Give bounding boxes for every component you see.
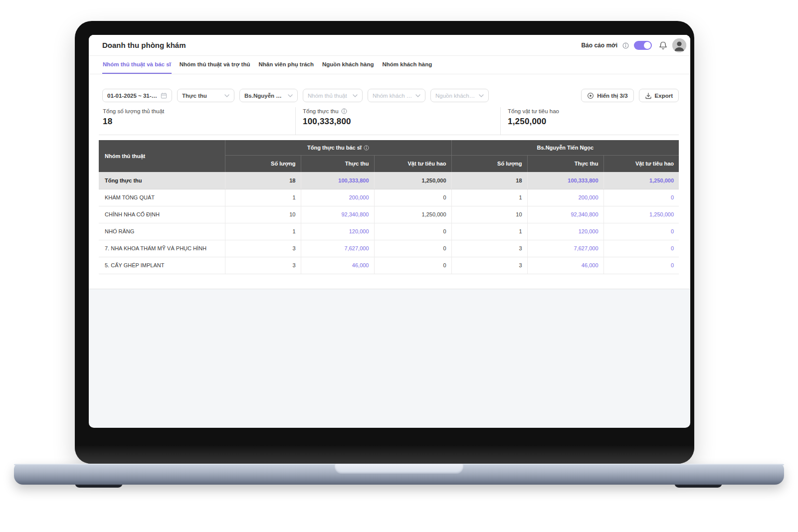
row-value: 3: [225, 257, 301, 274]
new-report-toggle[interactable]: [634, 41, 652, 50]
table-row: CHỈNH NHA CỐ ĐỊNH1092,340,8001,250,00010…: [99, 206, 679, 223]
column-header-materials: Vật tư tiêu hao: [603, 155, 679, 172]
tab-bar: Nhóm thủ thuật và bác sĩNhóm thủ thuật v…: [102, 56, 432, 74]
info-icon[interactable]: [622, 42, 629, 49]
avatar[interactable]: [672, 38, 686, 52]
row-value: 0: [374, 240, 451, 257]
row-value: 1,250,000: [603, 172, 679, 189]
tab-2[interactable]: Nhóm thủ thuật và trợ thủ: [179, 56, 251, 74]
page-title: Doanh thu phòng khám: [102, 35, 186, 56]
table-row: 7. NHA KHOA THẨM MỸ VÀ PHỤC HÌNH37,627,0…: [99, 240, 679, 257]
row-value: 0: [603, 240, 679, 257]
row-label: CHỈNH NHA CỐ ĐỊNH: [99, 206, 225, 223]
laptop-hinge: [75, 446, 694, 464]
row-label: Tổng thực thu: [99, 172, 225, 189]
toggle-knob: [644, 42, 651, 49]
filter-select-value: Nhóm khách hàng: [373, 93, 412, 99]
download-icon: [645, 92, 652, 99]
row-value: 7,627,000: [527, 240, 603, 257]
filter-toolbar: 01-01-2025 ~ 31-12-2025 Thực thuBs.Nguyễ…: [102, 89, 679, 102]
row-value: 18: [451, 172, 527, 189]
header-actions: Báo cáo mới: [581, 35, 686, 56]
row-value: 3: [451, 240, 527, 257]
calendar-icon: [161, 92, 167, 99]
tab-3[interactable]: Nhân viên phụ trách: [258, 56, 314, 74]
chevron-down-icon: [288, 94, 293, 97]
info-icon[interactable]: [341, 108, 347, 114]
column-header-revenue: Thực thu: [301, 155, 374, 172]
tab-5[interactable]: Nhóm khách hàng: [382, 56, 433, 74]
row-value: 10: [451, 206, 527, 223]
summary-stat-value: 100,333,800: [303, 117, 500, 127]
row-value: 200,000: [527, 189, 603, 206]
table-row: KHÁM TỔNG QUÁT1200,00001200,0000: [99, 189, 679, 206]
filter-select-value: Thực thu: [182, 93, 207, 99]
chevron-down-icon: [224, 94, 229, 97]
row-value: 120,000: [301, 223, 374, 240]
filter-select-2[interactable]: Bs.Nguyễn Tiến ...: [239, 89, 298, 102]
chevron-down-icon: [415, 94, 420, 97]
filter-select-5[interactable]: Nguồn khách hàng: [430, 89, 489, 102]
table-row: Tổng thực thu18100,333,8001,250,00018100…: [99, 172, 679, 189]
laptop-screen-frame: Doanh thu phòng khám Báo cáo mới Nhóm th…: [75, 21, 694, 464]
row-value: 18: [225, 172, 301, 189]
filter-select-1[interactable]: Thực thu: [177, 89, 234, 102]
export-button[interactable]: Export: [639, 89, 679, 102]
summary-stat-label: Tổng thực thu: [303, 108, 339, 114]
app-header: Doanh thu phòng khám Báo cáo mới: [89, 35, 690, 56]
app-window: Doanh thu phòng khám Báo cáo mới Nhóm th…: [89, 35, 690, 428]
column-header-materials: Vật tư tiêu hao: [374, 155, 451, 172]
summary-stat-value: 1,250,000: [508, 117, 679, 127]
row-value: 46,000: [301, 257, 374, 274]
row-label: KHÁM TỔNG QUÁT: [99, 189, 225, 206]
group-header-total-doctor: Tổng thực thu bác sĩ: [225, 140, 451, 155]
row-value: 1,250,000: [374, 172, 451, 189]
tabs-divider: [89, 74, 690, 74]
row-value: 1: [225, 189, 301, 206]
table-row: NHỔ RĂNG1120,00001120,0000: [99, 223, 679, 240]
laptop-base: [14, 464, 784, 485]
revenue-table: Nhóm thủ thuật Tổng thực thu bác sĩ Bs.N…: [99, 140, 679, 274]
summary-stat-3: Tổng vật tư tiêu hao1,250,000: [500, 107, 679, 135]
table-body: Tổng thực thu18100,333,8001,250,00018100…: [99, 172, 679, 274]
row-value: 1,250,000: [374, 206, 451, 223]
summary-stat-2: Tổng thực thu100,333,800: [295, 107, 500, 135]
laptop-mockup: Doanh thu phòng khám Báo cáo mới Nhóm th…: [0, 0, 798, 532]
filter-selects: Thực thuBs.Nguyễn Tiến ...Nhóm thủ thuật…: [177, 89, 489, 102]
filter-select-value: Bs.Nguyễn Tiến ...: [244, 93, 285, 99]
column-header-quantity: Số lượng: [225, 155, 301, 172]
info-icon[interactable]: [364, 145, 369, 151]
table-row: 5. CẤY GHÉP IMPLANT346,0000346,0000: [99, 257, 679, 274]
group-header-label: Bs.Nguyễn Tiến Ngọc: [537, 145, 594, 151]
display-icon: [587, 92, 594, 99]
row-value: 7,627,000: [301, 240, 374, 257]
summary-stat-value: 18: [103, 117, 295, 127]
row-value: 0: [374, 257, 451, 274]
row-value: 3: [451, 257, 527, 274]
tab-4[interactable]: Nguồn khách hàng: [322, 56, 375, 74]
row-value: 100,333,800: [301, 172, 374, 189]
filter-select-3[interactable]: Nhóm thủ thuật: [303, 89, 363, 102]
row-value: 1: [225, 223, 301, 240]
table-head: Nhóm thủ thuật Tổng thực thu bác sĩ Bs.N…: [99, 140, 679, 172]
group-header-doctor: Bs.Nguyễn Tiến Ngọc: [451, 140, 679, 155]
group-header-label: Tổng thực thu bác sĩ: [307, 145, 362, 151]
new-report-label: Báo cáo mới: [581, 42, 617, 49]
row-value: 46,000: [527, 257, 603, 274]
column-header-revenue: Thực thu: [527, 155, 603, 172]
row-value: 100,333,800: [527, 172, 603, 189]
filter-select-value: Nguồn khách hàng: [435, 93, 476, 99]
column-header-group-name: Nhóm thủ thuật: [99, 140, 225, 172]
row-value: 0: [603, 189, 679, 206]
row-value: 1: [451, 189, 527, 206]
laptop-base-notch: [335, 464, 463, 474]
row-value: 1: [451, 223, 527, 240]
row-value: 0: [603, 257, 679, 274]
summary-stat-label: Tổng số lượng thủ thuật: [103, 108, 164, 114]
show-columns-button[interactable]: Hiển thị 3/3: [581, 89, 633, 102]
filter-select-4[interactable]: Nhóm khách hàng: [368, 89, 425, 102]
export-label: Export: [655, 93, 673, 99]
tab-1[interactable]: Nhóm thủ thuật và bác sĩ: [102, 56, 172, 74]
date-range-picker[interactable]: 01-01-2025 ~ 31-12-2025: [102, 89, 172, 102]
notification-bell-icon[interactable]: [659, 41, 667, 50]
